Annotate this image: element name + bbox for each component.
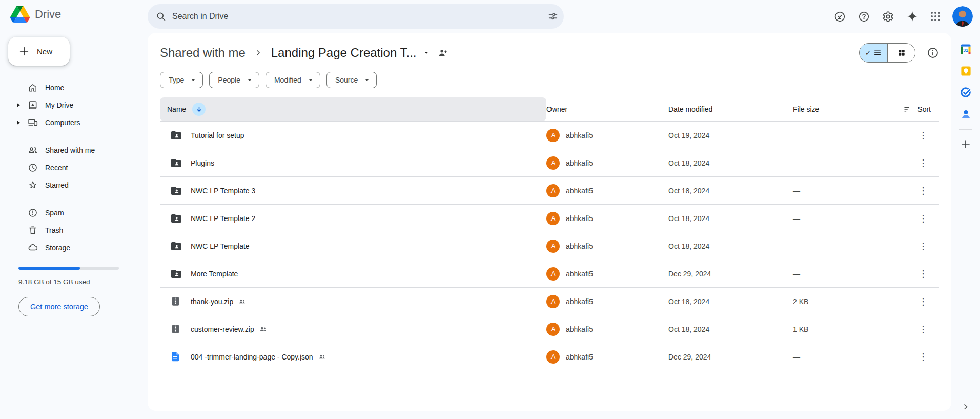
sort-label: Sort [917, 105, 931, 113]
date-modified-cell: Dec 29, 2024 [668, 270, 793, 278]
chevron-right-icon [254, 48, 263, 57]
sidebar-nav: Home My Drive Computers Shared with me R… [8, 79, 141, 256]
keep-icon[interactable] [955, 61, 976, 81]
file-size-cell: — [793, 214, 893, 223]
account-avatar[interactable] [952, 6, 973, 27]
search-bar[interactable] [148, 4, 564, 29]
new-button[interactable]: New [8, 37, 70, 66]
grid-view-button[interactable] [887, 44, 915, 62]
more-actions-button[interactable]: ⋮ [915, 323, 931, 336]
owner-name: abhkafi5 [566, 131, 593, 139]
sidebar-item-storage[interactable]: Storage [8, 239, 141, 256]
expand-arrow-icon[interactable] [16, 120, 21, 125]
advanced-search-icon[interactable] [547, 11, 559, 22]
filter-chip-source[interactable]: Source [326, 72, 377, 88]
table-row[interactable]: Plugins A abhkafi5 Oct 18, 2024 — ⋮ [160, 149, 939, 176]
more-actions-button[interactable]: ⋮ [915, 184, 931, 197]
more-actions-button[interactable]: ⋮ [915, 156, 931, 170]
file-size-cell: 1 KB [793, 325, 893, 333]
grid-view-icon [897, 49, 906, 57]
breadcrumb-current[interactable]: Landing Page Creation T... [271, 46, 430, 60]
file-size-cell: — [793, 159, 893, 167]
add-icon[interactable] [955, 134, 976, 154]
file-name: 004 -trimmer-landing-page - Copy.json [191, 353, 313, 361]
table-row[interactable]: customer-review.zip A abhkafi5 Oct 18, 2… [160, 315, 939, 343]
name-header-label: Name [167, 105, 186, 113]
sidebar-item-label: Home [45, 84, 64, 92]
table-row[interactable]: thank-you.zip A abhkafi5 Oct 18, 2024 2 … [160, 287, 939, 315]
help-icon[interactable] [858, 11, 870, 23]
owner-name: abhkafi5 [566, 270, 593, 278]
app-title: Drive [35, 8, 61, 21]
file-name: Plugins [191, 159, 214, 167]
table-row[interactable]: NWC LP Template A abhkafi5 Oct 18, 2024 … [160, 232, 939, 260]
table-row[interactable]: NWC LP Template 3 A abhkafi5 Oct 18, 202… [160, 176, 939, 204]
sidebar-item-spam[interactable]: Spam [8, 204, 141, 222]
table-row[interactable]: More Template A abhkafi5 Dec 29, 2024 — … [160, 260, 939, 287]
more-actions-button[interactable]: ⋮ [915, 240, 931, 253]
gemini-icon[interactable] [906, 10, 918, 23]
sidebar-item-recent[interactable]: Recent [8, 159, 141, 176]
sort-menu-button[interactable]: Sort [893, 105, 939, 114]
table-row[interactable]: NWC LP Template 2 A abhkafi5 Oct 18, 202… [160, 204, 939, 232]
shared-folder-icon [170, 212, 183, 225]
file-name: thank-you.zip [191, 297, 233, 306]
contacts-icon[interactable] [955, 104, 976, 124]
apps-grid-icon[interactable] [931, 12, 940, 21]
zip-file-icon [170, 295, 183, 307]
more-actions-button[interactable]: ⋮ [915, 212, 931, 225]
sidebar-item-starred[interactable]: Starred [8, 176, 141, 194]
check-icon: ✓ [865, 49, 871, 57]
get-more-storage-button[interactable]: Get more storage [18, 297, 100, 316]
more-actions-button[interactable]: ⋮ [915, 350, 931, 364]
more-actions-button[interactable]: ⋮ [915, 129, 931, 142]
file-size-header[interactable]: File size [793, 105, 893, 113]
shared-people-icon [259, 325, 267, 333]
json-file-icon [170, 351, 183, 363]
owner-name: abhkafi5 [566, 187, 593, 195]
chevron-down-icon [423, 49, 430, 56]
filter-chips: Type People Modified Source [160, 72, 939, 88]
more-actions-button[interactable]: ⋮ [915, 295, 931, 308]
table-row[interactable]: Tutorial for setup A abhkafi5 Oct 19, 20… [160, 121, 939, 149]
owner-avatar: A [546, 184, 560, 197]
sidebar-item-trash[interactable]: Trash [8, 222, 141, 239]
info-icon[interactable] [927, 47, 939, 59]
filter-chip-modified[interactable]: Modified [266, 72, 320, 88]
manage-members-icon[interactable] [437, 47, 448, 58]
sidebar-item-computers[interactable]: Computers [8, 114, 141, 131]
computers-icon [28, 117, 38, 128]
chip-label: People [218, 76, 240, 84]
sidebar-item-my-drive[interactable]: My Drive [8, 96, 141, 114]
breadcrumb-parent[interactable]: Shared with me [160, 46, 246, 60]
owner-header[interactable]: Owner [546, 105, 668, 113]
search-input[interactable] [172, 12, 541, 21]
tasks-icon[interactable] [955, 82, 976, 103]
settings-icon[interactable] [882, 11, 894, 23]
search-icon[interactable] [156, 11, 166, 22]
sort-by-name-header[interactable]: Name [160, 97, 546, 121]
chevron-down-icon [307, 76, 315, 84]
sidebar-item-home[interactable]: Home [8, 79, 141, 96]
sidebar-item-label: Starred [45, 181, 69, 189]
expand-arrow-icon[interactable] [16, 103, 21, 108]
more-actions-button[interactable]: ⋮ [915, 267, 931, 281]
filter-chip-people[interactable]: People [209, 72, 259, 88]
shared-people-icon [318, 353, 326, 361]
calendar-icon[interactable]: 31 [955, 39, 976, 59]
offline-ready-icon[interactable] [834, 11, 846, 23]
plus-icon [18, 46, 30, 57]
show-side-panel-icon[interactable] [962, 403, 970, 411]
sidebar-item-shared-with-me[interactable]: Shared with me [8, 142, 141, 159]
file-size-cell: — [793, 353, 893, 361]
sidebar-item-label: Trash [45, 226, 63, 234]
sort-descending-icon [192, 103, 206, 116]
file-name: NWC LP Template 3 [191, 187, 255, 195]
table-row[interactable]: 004 -trimmer-landing-page - Copy.json A … [160, 343, 939, 370]
list-view-button[interactable]: ✓ [860, 44, 887, 62]
file-size-cell: — [793, 187, 893, 195]
owner-avatar: A [546, 267, 560, 281]
date-modified-header[interactable]: Date modified [668, 105, 793, 113]
storage-progress-bar [18, 267, 119, 270]
filter-chip-type[interactable]: Type [160, 72, 203, 88]
